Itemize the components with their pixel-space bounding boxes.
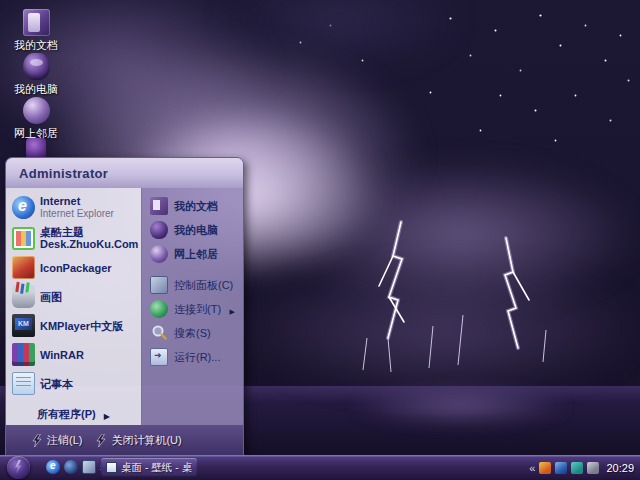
menu-item-zhuoku[interactable]: 桌酷主题Desk.ZhuoKu.Com [6,223,141,253]
iconpackager-icon [12,256,35,279]
tray-icon[interactable] [555,462,567,474]
winrar-icon [12,343,35,366]
system-tray: 20:29 [529,455,638,480]
zhuoku-theme-icon [12,227,35,250]
quick-launch-bar [46,460,103,474]
lightning-bolt-icon [32,434,42,447]
internet-explorer-icon [12,196,35,219]
desktop-icon-label: 我的文档 [0,39,72,51]
kmplayer-icon [12,314,35,337]
shut-down-button[interactable]: 关闭计算机(U) [96,433,181,448]
window-icon [106,462,117,473]
flyout-arrow-icon [230,300,239,318]
log-off-button[interactable]: 注销(L) [32,433,82,448]
place-run[interactable]: 运行(R)... [142,345,243,369]
menu-item-notepad[interactable]: 记事本 [6,369,141,398]
desktop-icon-my-computer[interactable]: 我的电脑 [0,53,72,95]
item-title: Internet [40,195,80,207]
place-control-panel[interactable]: 控制面板(C) [142,273,243,297]
start-menu-places-panel: 我的文档 我的电脑 网上邻居 控制面板(C) 连接到(T) [141,188,243,425]
my-computer-icon [23,53,50,80]
network-places-icon [150,245,168,263]
desktop-icon-network-places[interactable]: 网上邻居 [0,97,72,139]
my-documents-icon [150,197,168,215]
place-search[interactable]: 搜索(S) [142,321,243,345]
network-places-icon [23,97,50,124]
connect-to-icon [150,300,168,318]
show-desktop-icon[interactable] [82,460,96,474]
ie-quicklaunch-icon[interactable] [46,460,60,474]
my-documents-icon [23,9,50,36]
search-icon [150,324,168,342]
menu-item-paint[interactable]: 画图 [6,282,141,311]
start-button[interactable] [7,456,30,479]
menu-item-iconpackager[interactable]: IconPackager [6,253,141,282]
paint-icon [12,285,35,308]
desktop-icon-label: 我的电脑 [0,83,72,95]
place-my-computer[interactable]: 我的电脑 [142,218,243,242]
notepad-icon [12,372,35,395]
lightning-bolt-icon [96,434,106,447]
tray-collapse-chevron[interactable] [529,462,535,474]
menu-item-internet[interactable]: Internet Internet Explorer [6,192,141,223]
item-subtitle: Internet Explorer [40,208,114,219]
taskbar-clock: 20:29 [606,462,634,474]
tray-icon[interactable] [539,462,551,474]
place-network-places[interactable]: 网上邻居 [142,242,243,266]
start-menu-footer: 注销(L) 关闭计算机(U) [6,425,243,456]
tray-icon[interactable] [587,462,599,474]
control-panel-icon [150,276,168,294]
tray-icon[interactable] [571,462,583,474]
username: Administrator [19,166,108,181]
place-my-documents[interactable]: 我的文档 [142,194,243,218]
run-icon [150,348,168,366]
my-computer-icon [150,221,168,239]
taskbar: 桌面 - 壁纸 - 桌酷壁... 20:29 [0,455,640,480]
desktop-icon-my-documents[interactable]: 我的文档 [0,9,72,51]
menu-item-kmplayer[interactable]: KMPlayer中文版 [6,311,141,340]
flyout-arrow-icon [104,409,110,421]
globe-quicklaunch-icon[interactable] [64,460,78,474]
place-connect-to[interactable]: 连接到(T) [142,297,243,321]
menu-item-winrar[interactable]: WinRAR [6,340,141,369]
start-menu-user: Administrator [6,158,243,188]
start-menu-pinned-panel: Internet Internet Explorer 桌酷主题Desk.Zhuo… [6,188,141,425]
start-menu: Administrator Internet Internet Explorer… [5,157,244,457]
taskbar-window-button[interactable]: 桌面 - 壁纸 - 桌酷壁... [101,458,197,477]
desktop-screen: 我的文档 我的电脑 网上邻居 Administrator Internet In… [0,0,640,480]
